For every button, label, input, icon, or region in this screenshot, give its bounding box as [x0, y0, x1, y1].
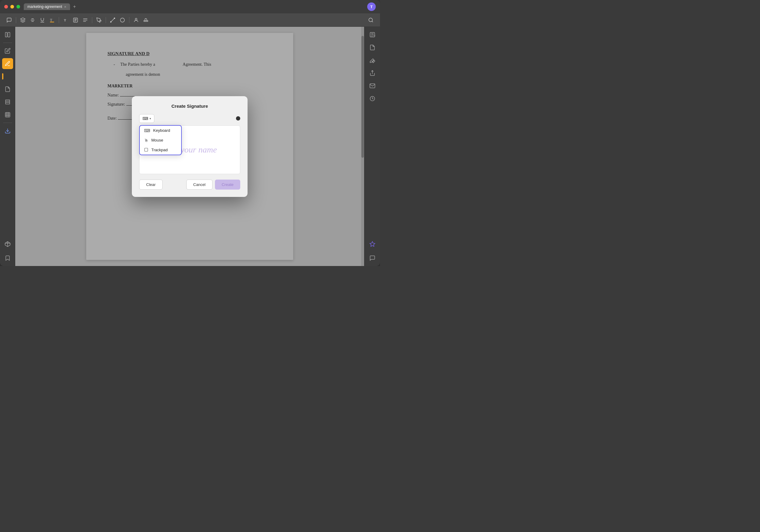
- sidebar-bookmark-btn[interactable]: [2, 97, 13, 108]
- clear-button[interactable]: Clear: [139, 180, 163, 190]
- shape-icon[interactable]: [118, 16, 127, 24]
- trackpad-label: Trackpad: [151, 148, 168, 152]
- sidebar-pages-btn[interactable]: [2, 84, 13, 95]
- svg-rect-24: [5, 112, 10, 117]
- save-version-btn[interactable]: [367, 93, 378, 104]
- keyboard-menu-icon: ⌨: [144, 128, 150, 133]
- svg-text:T: T: [50, 18, 52, 22]
- text-box-icon[interactable]: [71, 16, 80, 24]
- create-signature-dialog: Create Signature ⌨ ▾ ⌨: [132, 96, 248, 197]
- sidebar-bookmark2-btn[interactable]: [2, 253, 13, 264]
- keyboard-label: Keyboard: [153, 128, 170, 133]
- toolbar: T T: [0, 13, 380, 27]
- stamp-icon[interactable]: [142, 16, 150, 24]
- sidebar-panel-btn[interactable]: [2, 29, 13, 40]
- mail-btn[interactable]: [367, 80, 378, 91]
- chevron-down-icon: ▾: [150, 117, 151, 120]
- sidebar-extract-btn[interactable]: [2, 125, 13, 136]
- minimize-button[interactable]: [10, 5, 14, 9]
- dropdown-trackpad-item[interactable]: Trackpad: [140, 145, 181, 155]
- tab-close-icon[interactable]: ✕: [64, 5, 67, 9]
- keyboard-icon: ⌨: [142, 116, 148, 121]
- pen-icon[interactable]: [95, 16, 103, 24]
- ocr-btn[interactable]: OCR: [367, 29, 378, 40]
- strikethrough-icon[interactable]: [28, 16, 37, 24]
- input-method-row: ⌨ ▾ ⌨ Keyboard 🖱: [139, 114, 240, 123]
- line-icon[interactable]: [108, 16, 117, 24]
- modal-overlay: Create Signature ⌨ ▾ ⌨: [15, 27, 364, 266]
- doc-btn[interactable]: [367, 42, 378, 53]
- right-chat-btn[interactable]: [367, 253, 378, 264]
- sidebar-edit-btn[interactable]: [2, 45, 13, 56]
- document-area: SIGNATURE AND D - The Parties hereby a A…: [15, 27, 364, 266]
- separator5: [129, 17, 129, 23]
- signature-field-btn[interactable]: [367, 55, 378, 66]
- left-sidebar: [0, 27, 15, 266]
- sidebar-layers-btn[interactable]: [2, 109, 13, 120]
- highlight-icon[interactable]: [19, 16, 27, 24]
- active-tab[interactable]: marketing-agreement ✕: [24, 3, 70, 10]
- close-button[interactable]: [4, 5, 8, 9]
- input-method-button[interactable]: ⌨ ▾: [139, 114, 154, 123]
- svg-rect-17: [144, 21, 148, 21]
- input-method-dropdown: ⌨ Keyboard 🖱 Mouse Tra: [139, 125, 182, 155]
- comment-icon[interactable]: [5, 16, 13, 24]
- color-indicator[interactable]: [236, 116, 240, 120]
- svg-rect-21: [8, 32, 10, 37]
- trackpad-menu-icon: [144, 148, 148, 152]
- traffic-lights: [4, 5, 20, 9]
- text-color-icon[interactable]: T: [48, 16, 56, 24]
- sidebar-active-indicator: [2, 71, 13, 82]
- search-icon[interactable]: [367, 16, 375, 24]
- separator: [16, 17, 16, 23]
- align-icon[interactable]: [81, 16, 89, 24]
- svg-rect-29: [145, 148, 148, 152]
- mouse-label: Mouse: [151, 138, 163, 143]
- svg-text:OCR: OCR: [373, 35, 375, 36]
- mouse-menu-icon: 🖱: [144, 138, 148, 143]
- svg-line-19: [372, 21, 373, 22]
- dropdown-keyboard-item[interactable]: ⌨ Keyboard: [140, 126, 181, 135]
- svg-point-13: [111, 21, 112, 22]
- svg-line-12: [111, 18, 115, 22]
- confirm-buttons: Cancel Create: [186, 180, 241, 190]
- svg-point-14: [114, 18, 115, 19]
- main-area: SIGNATURE AND D - The Parties hereby a A…: [0, 27, 380, 266]
- cancel-button[interactable]: Cancel: [186, 180, 213, 190]
- sidebar-annotate-btn[interactable]: [2, 58, 13, 69]
- svg-text:T: T: [64, 18, 66, 22]
- sidebar-separator2: [3, 123, 12, 123]
- svg-point-18: [369, 18, 372, 22]
- dropdown-mouse-item[interactable]: 🖱 Mouse: [140, 135, 181, 145]
- svg-rect-20: [5, 32, 7, 37]
- text-bold-icon[interactable]: T: [62, 16, 70, 24]
- dialog-title: Create Signature: [139, 104, 240, 109]
- tab-label: marketing-agreement: [27, 5, 62, 9]
- underline-icon[interactable]: [38, 16, 47, 24]
- separator4: [106, 17, 106, 23]
- share-btn[interactable]: [367, 67, 378, 78]
- svg-point-15: [120, 18, 124, 22]
- svg-rect-3: [50, 22, 54, 22]
- dialog-footer: Clear Cancel Create: [139, 180, 240, 190]
- svg-point-16: [135, 18, 137, 20]
- create-button[interactable]: Create: [215, 180, 240, 190]
- separator3: [92, 17, 92, 23]
- right-sidebar: OCR: [364, 27, 380, 266]
- tab-bar: marketing-agreement ✕ +: [24, 3, 78, 10]
- fullscreen-button[interactable]: [17, 5, 20, 9]
- sidebar-layers2-btn[interactable]: [2, 239, 13, 249]
- user-avatar: T: [367, 2, 376, 11]
- new-tab-button[interactable]: +: [71, 4, 78, 10]
- app-window: marketing-agreement ✕ + T T T: [0, 0, 380, 266]
- person-icon[interactable]: [132, 16, 140, 24]
- titlebar: marketing-agreement ✕ + T: [0, 0, 380, 13]
- sidebar-item-separator1: [3, 43, 12, 43]
- right-extension-btn[interactable]: [367, 239, 378, 249]
